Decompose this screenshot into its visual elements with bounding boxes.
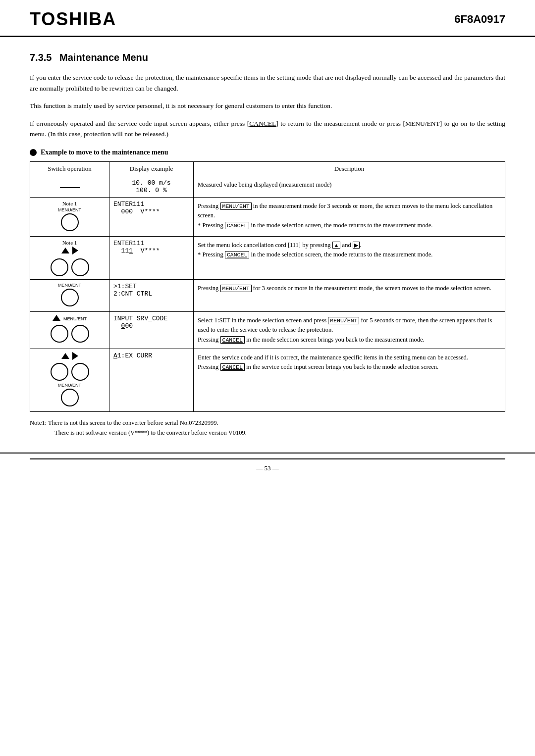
triangle-up-icon-6 <box>61 353 69 361</box>
btn-row-3 <box>34 247 105 256</box>
cancel-ref-1: CANCEL <box>249 120 276 127</box>
col-header-desc: Description <box>194 161 505 176</box>
circle-btn-5b <box>71 325 89 343</box>
footer-line: — 53 — <box>30 458 505 472</box>
display-cell-1: 10. 00 m/s100. 0 % <box>109 176 194 197</box>
cancel-box-5: CANCEL <box>220 336 245 344</box>
menuent-box-5: MENU/ENT <box>328 317 359 324</box>
menu-ent-button-4 <box>61 289 79 306</box>
note-label-3: Note 1 <box>34 240 105 246</box>
circle-btn-3b <box>71 258 89 276</box>
menu-ent-button-2 <box>61 213 79 231</box>
page-number: — 53 — <box>256 464 279 472</box>
cancel-box-6: CANCEL <box>220 363 245 371</box>
desc-cell-5: Select 1:SET in the mode selection scree… <box>194 311 505 349</box>
display-cell-3: ENTER111 111 V**** <box>109 236 194 279</box>
desc-cell-6: Enter the service code and if it is corr… <box>194 349 505 412</box>
note-2: There is not software version (V****) to… <box>30 428 505 438</box>
main-content: 7.3.5 Maintenance Menu If you enter the … <box>0 37 535 448</box>
btn-row-6b <box>34 363 105 381</box>
desc-cell-2: Pressing MENU/ENT in the measurement mod… <box>194 197 505 236</box>
table-row: Note 1 MENU/ENT ENTER111 000 V**** Press… <box>30 197 505 236</box>
header: TOSHIBA 6F8A0917 <box>0 0 535 37</box>
triangle-right-icon <box>72 247 78 256</box>
switch-cell-6: MENU/ENT <box>30 349 109 412</box>
section-title: 7.3.5 Maintenance Menu <box>30 52 505 63</box>
table-row: MENU/ENT A1:EX CURR Enter the service co… <box>30 349 505 412</box>
paragraph-2: This function is mainly used by service … <box>30 101 505 111</box>
desc-cell-4: Pressing MENU/ENT for 3 seconds or more … <box>194 279 505 311</box>
circle-btn-6b <box>71 363 89 381</box>
maintenance-table: Switch operation Display example Descrip… <box>30 161 505 412</box>
triangle-up-icon-5 <box>53 315 60 323</box>
up-arrow-box: ▲ <box>332 242 341 249</box>
bullet-heading-text: Example to move to the maintenance menu <box>41 149 168 156</box>
display-cell-6: A1:EX CURR <box>109 349 194 412</box>
bullet-heading: Example to move to the maintenance menu <box>30 149 505 156</box>
menu-ent-label-6: MENU/ENT <box>34 383 105 388</box>
desc-cell-3: Set the menu lock cancellation cord [111… <box>194 236 505 279</box>
table-row: MENU/ENT >1:SET 2:CNT CTRL Pressing MENU… <box>30 279 505 311</box>
menuent-box-2: MENU/ENT <box>220 202 252 210</box>
table-row: Note 1 ENTER111 111 V**** <box>30 236 505 279</box>
desc-cell-1: Measured value being displayed (measurem… <box>194 176 505 197</box>
note-1: Note1: There is not this screen to the c… <box>30 418 505 428</box>
table-row: 10. 00 m/s100. 0 % Measured value being … <box>30 176 505 197</box>
menuent-box-4: MENU/ENT <box>220 285 252 292</box>
btn-row-3b <box>34 258 105 276</box>
btn-row-6a <box>34 352 105 362</box>
note-label-2: Note 1 <box>34 201 105 206</box>
btn-row-5a: MENU/ENT <box>34 315 105 323</box>
display-cell-5: INPUT SRV_CODE 000 <box>109 311 194 349</box>
col-header-switch: Switch operation <box>30 161 109 176</box>
btn-row-5b <box>34 325 105 343</box>
menu-ent-label-2: MENU/ENT <box>34 207 105 212</box>
page-footer: — 53 — <box>0 453 535 477</box>
cancel-box-3: CANCEL <box>225 251 249 258</box>
triangle-up-icon <box>61 248 69 255</box>
paragraph-1: If you enter the service code to release… <box>30 72 505 94</box>
switch-cell-2: Note 1 MENU/ENT <box>30 197 109 236</box>
paragraph-3: If erroneously operated and the service … <box>30 118 505 140</box>
switch-cell-1 <box>30 176 109 197</box>
display-cell-2: ENTER111 000 V**** <box>109 197 194 236</box>
switch-cell-5: MENU/ENT <box>30 311 109 349</box>
menu-ent-button-6 <box>61 389 79 406</box>
cancel-box-2: CANCEL <box>225 222 249 229</box>
col-header-display: Display example <box>109 161 194 176</box>
page: TOSHIBA 6F8A0917 7.3.5 Maintenance Menu … <box>0 0 535 756</box>
section-name: Maintenance Menu <box>59 52 148 63</box>
switch-cell-4: MENU/ENT <box>30 279 109 311</box>
notes-section: Note1: There is not this screen to the c… <box>30 418 505 438</box>
circle-btn-3a <box>51 258 68 276</box>
menu-ent-label-5: MENU/ENT <box>63 316 87 321</box>
section-number: 7.3.5 <box>30 52 52 63</box>
right-arrow-box: ▶ <box>353 242 360 249</box>
table-row: MENU/ENT INPUT SRV_CODE 000 Select 1:SET… <box>30 311 505 349</box>
bullet-dot <box>30 149 37 156</box>
doc-number: 6F8A0917 <box>454 13 505 26</box>
display-cell-4: >1:SET 2:CNT CTRL <box>109 279 194 311</box>
triangle-right-icon-6 <box>72 352 78 362</box>
menu-ent-label-4: MENU/ENT <box>34 283 105 288</box>
toshiba-logo: TOSHIBA <box>30 9 116 30</box>
circle-btn-6a <box>51 363 68 381</box>
switch-cell-3: Note 1 <box>30 236 109 279</box>
circle-btn-5a <box>51 325 68 343</box>
